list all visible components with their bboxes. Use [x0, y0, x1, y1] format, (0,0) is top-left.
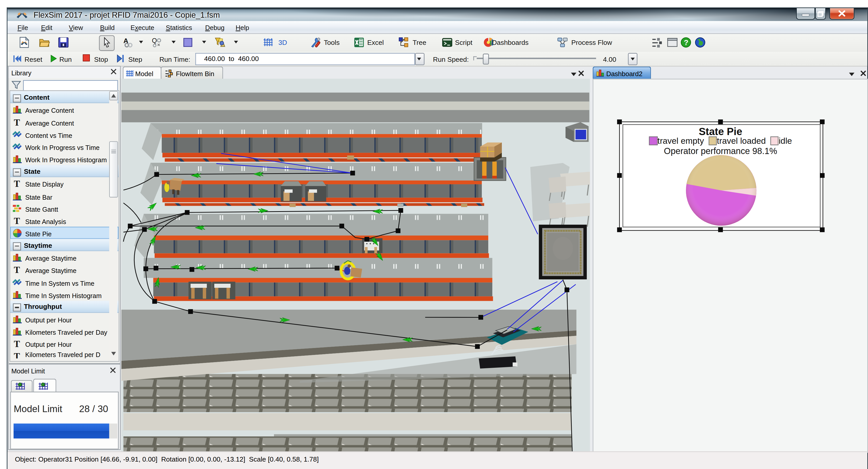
svg-text:Q: Q — [152, 37, 157, 44]
svg-text:T: T — [14, 339, 20, 349]
svg-text:T: T — [14, 117, 20, 127]
svg-text:?: ? — [683, 38, 688, 47]
svg-text:T: T — [14, 216, 20, 226]
svg-text:T: T — [14, 351, 20, 359]
svg-text:T: T — [14, 179, 20, 189]
svg-text:T: T — [14, 265, 20, 275]
